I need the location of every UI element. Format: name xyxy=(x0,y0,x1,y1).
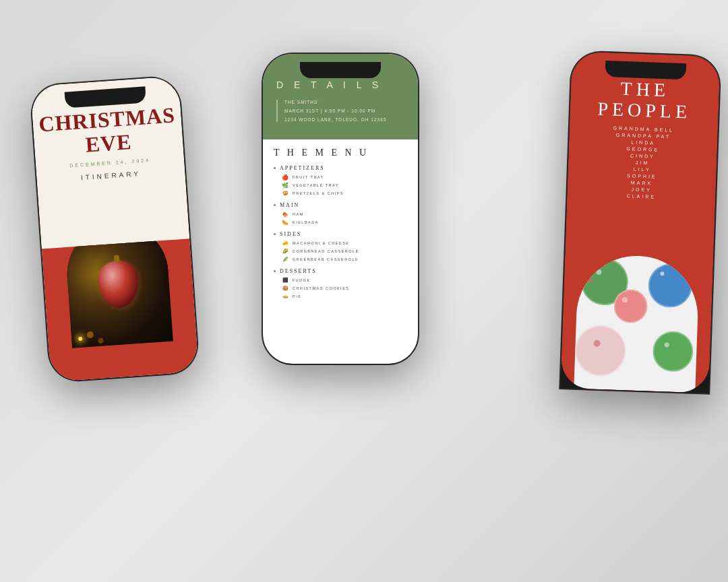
detail-date: MARCH 31ST | 4:00 PM - 10:00 PM xyxy=(284,108,404,113)
pie-icon: 🥧 xyxy=(282,293,289,300)
vegetable-icon: 🌿 xyxy=(282,182,289,189)
cookie-blue-1 xyxy=(648,263,693,308)
menu-item-ham: 🍖 HAM xyxy=(282,211,407,218)
kielbasa-label: KIELBASA xyxy=(293,220,319,224)
lights-glow xyxy=(78,337,82,341)
pie-label: PIE xyxy=(293,294,301,298)
menu-section-desserts: DESSERTS ⬛ FUDGE 🍪 CHRISTMAS COOKIES 🥧 P… xyxy=(274,268,407,300)
screen-people: THE PEOPLE GRANDMA BELL GRANDPA PAT LIND… xyxy=(560,51,720,393)
menu-item-greenbean: 🫛 GREENBEAN CASSEROLE xyxy=(282,256,407,263)
cookie-green-2 xyxy=(652,331,694,373)
menu-item-vegetable-tray: 🌿 VEGETABLE TRAY xyxy=(282,182,407,189)
ham-icon: 🍖 xyxy=(282,211,289,218)
desserts-title: DESSERTS xyxy=(274,268,407,274)
people-list: GRANDMA BELL GRANDPA PAT LINDA GEORGE CI… xyxy=(580,125,704,201)
details-heading: D E T A I L S xyxy=(276,79,404,90)
pretzels-label: PRETZELS & CHIPS xyxy=(293,191,344,195)
christmas-ornament xyxy=(96,259,140,309)
detail-host: THE SMITHS' xyxy=(284,100,404,104)
cookies-arch-container xyxy=(560,205,715,393)
ham-label: HAM xyxy=(293,212,304,216)
greenbean-icon: 🫛 xyxy=(282,256,289,263)
menu-item-cornbread: 🌽 CORNBREAD CASSEROLE xyxy=(282,248,407,255)
menu-item-kielbasa: 🌭 KIELBASA xyxy=(282,219,407,226)
vegetable-tray-label: VEGETABLE TRAY xyxy=(293,183,339,187)
people-heading: THE PEOPLE xyxy=(583,77,706,123)
kielbasa-icon: 🌭 xyxy=(282,219,289,226)
christmas-eve-subtitle: ITINERARY xyxy=(81,170,142,181)
cookie-icon: 🍪 xyxy=(282,285,289,292)
detail-address: 1234 WOOD LANE, TOLEDO, OH 12345 xyxy=(284,117,404,122)
ornament-background xyxy=(64,238,173,348)
fudge-label: FUDGE xyxy=(293,278,311,282)
menu-section-appetizers: APPETIZERS 🍎 FRUIT TRAY 🌿 VEGETABLE TRAY… xyxy=(274,165,407,197)
pretzel-icon: 🥨 xyxy=(282,190,289,197)
menu-section-sides: SIDES 🧀 MACARONI & CHEESE 🌽 CORNBREAD CA… xyxy=(274,231,407,263)
cookies-label: CHRISTMAS COOKIES xyxy=(293,286,349,290)
mac-cheese-label: MACARONI & CHEESE xyxy=(293,241,349,245)
christmas-eve-title: CHRISTMAS EVE xyxy=(38,103,177,160)
cornbread-label: CORNBREAD CASSEROLE xyxy=(293,249,359,253)
menu-item-cookies: 🍪 CHRISTMAS COOKIES xyxy=(282,285,407,292)
sides-title: SIDES xyxy=(274,231,407,237)
menu-heading: T H E M E N U xyxy=(274,148,407,158)
menu-item-pretzels: 🥨 PRETZELS & CHIPS xyxy=(282,190,407,197)
main-title: MAIN xyxy=(274,202,407,208)
cookies-image xyxy=(574,254,700,393)
menu-body: T H E M E N U APPETIZERS 🍎 FRUIT TRAY 🌿 … xyxy=(263,139,418,364)
menu-item-pie: 🥧 PIE xyxy=(282,293,407,300)
details-list: THE SMITHS' MARCH 31ST | 4:00 PM - 10:00… xyxy=(276,100,404,122)
ornament-arch xyxy=(64,238,173,348)
screen-christmas-eve: CHRISTMAS EVE DECEMBER 24, 2024 ITINERAR… xyxy=(30,76,199,382)
screen1-arch-container xyxy=(42,238,199,382)
appetizers-title: APPETIZERS xyxy=(274,165,407,171)
greenbean-label: GREENBEAN CASSEROLE xyxy=(293,257,359,261)
scene: CHRISTMAS EVE DECEMBER 24, 2024 ITINERAR… xyxy=(0,0,728,582)
phone-right: THE PEOPLE GRANDMA BELL GRANDPA PAT LIND… xyxy=(560,51,720,393)
phone-center-notch xyxy=(300,62,381,78)
fudge-icon: ⬛ xyxy=(282,277,289,284)
cookie-pink-1 xyxy=(574,325,627,377)
fruit-icon: 🍎 xyxy=(282,174,289,181)
phone-center: D E T A I L S THE SMITHS' MARCH 31ST | 4… xyxy=(263,54,418,364)
menu-item-fruit-tray: 🍎 FRUIT TRAY xyxy=(282,174,407,181)
phone-right-notch xyxy=(605,61,687,79)
christmas-eve-date: DECEMBER 24, 2024 xyxy=(69,158,150,168)
fruit-tray-label: FRUIT TRAY xyxy=(293,175,324,179)
menu-section-main: MAIN 🍖 HAM 🌭 KIELBASA xyxy=(274,202,407,226)
menu-item-fudge: ⬛ FUDGE xyxy=(282,277,407,284)
cookies-arch xyxy=(574,254,700,393)
cornbread-icon: 🌽 xyxy=(282,248,289,255)
cookie-red-1 xyxy=(613,289,648,324)
mac-icon: 🧀 xyxy=(282,240,289,247)
menu-item-mac-cheese: 🧀 MACARONI & CHEESE xyxy=(282,240,407,247)
phone-left: CHRISTMAS EVE DECEMBER 24, 2024 ITINERAR… xyxy=(30,76,199,382)
screen-menu: D E T A I L S THE SMITHS' MARCH 31ST | 4… xyxy=(263,54,418,364)
